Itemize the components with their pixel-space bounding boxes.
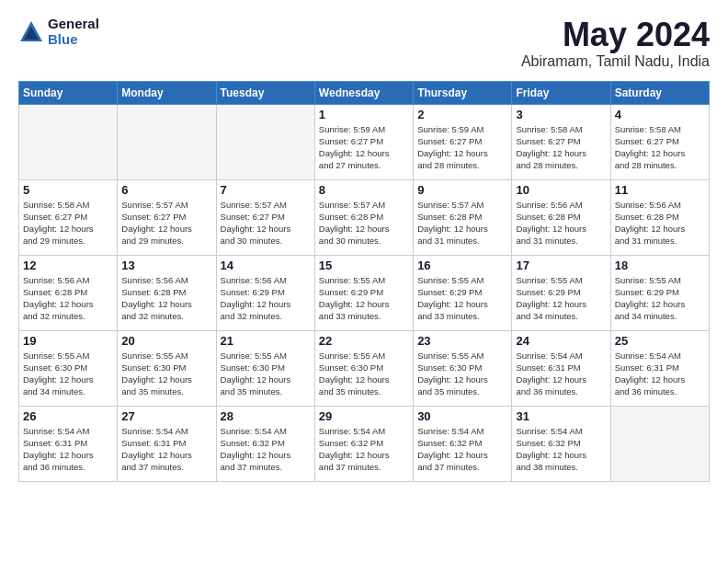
logo: General Blue [18, 17, 99, 47]
week-row-4: 19Sunrise: 5:55 AMSunset: 6:30 PMDayligh… [19, 330, 710, 406]
day-number: 17 [516, 259, 606, 272]
day-info: Sunrise: 5:56 AMSunset: 6:29 PMDaylight:… [221, 274, 311, 323]
day-number: 8 [319, 183, 409, 197]
table-cell: 30Sunrise: 5:54 AMSunset: 6:32 PMDayligh… [414, 406, 512, 481]
table-cell: 20Sunrise: 5:55 AMSunset: 6:30 PMDayligh… [118, 330, 216, 406]
table-cell: 12Sunrise: 5:56 AMSunset: 6:28 PMDayligh… [19, 255, 118, 330]
day-number: 23 [417, 334, 507, 348]
day-info: Sunrise: 5:58 AMSunset: 6:27 PMDaylight:… [615, 123, 705, 172]
day-info: Sunrise: 5:58 AMSunset: 6:27 PMDaylight:… [516, 123, 606, 172]
day-number: 20 [121, 334, 211, 348]
logo-general: General [48, 17, 99, 32]
day-info: Sunrise: 5:55 AMSunset: 6:30 PMDaylight:… [23, 350, 113, 398]
day-info: Sunrise: 5:56 AMSunset: 6:28 PMDaylight:… [23, 274, 113, 323]
day-number: 13 [121, 259, 211, 272]
calendar-title: May 2024 [521, 17, 710, 53]
table-cell: 22Sunrise: 5:55 AMSunset: 6:30 PMDayligh… [314, 330, 413, 406]
day-info: Sunrise: 5:56 AMSunset: 6:28 PMDaylight:… [121, 274, 211, 323]
col-monday: Monday [118, 81, 216, 104]
table-cell: 2Sunrise: 5:59 AMSunset: 6:27 PMDaylight… [414, 104, 512, 179]
day-info: Sunrise: 5:54 AMSunset: 6:31 PMDaylight:… [121, 425, 211, 474]
table-cell: 9Sunrise: 5:57 AMSunset: 6:28 PMDaylight… [414, 179, 512, 255]
day-info: Sunrise: 5:57 AMSunset: 6:27 PMDaylight:… [221, 199, 311, 247]
day-info: Sunrise: 5:55 AMSunset: 6:30 PMDaylight:… [319, 350, 409, 398]
col-thursday: Thursday [414, 81, 512, 104]
day-number: 26 [23, 409, 113, 423]
day-number: 14 [221, 259, 311, 272]
day-info: Sunrise: 5:59 AMSunset: 6:27 PMDaylight:… [417, 123, 507, 172]
day-info: Sunrise: 5:58 AMSunset: 6:27 PMDaylight:… [23, 199, 113, 247]
day-number: 5 [23, 183, 113, 197]
table-cell: 5Sunrise: 5:58 AMSunset: 6:27 PMDaylight… [19, 179, 118, 255]
table-cell: 16Sunrise: 5:55 AMSunset: 6:29 PMDayligh… [414, 255, 512, 330]
table-cell: 10Sunrise: 5:56 AMSunset: 6:28 PMDayligh… [512, 179, 610, 255]
day-info: Sunrise: 5:55 AMSunset: 6:30 PMDaylight:… [221, 350, 311, 398]
col-wednesday: Wednesday [314, 81, 413, 104]
day-number: 11 [615, 183, 705, 197]
day-number: 9 [417, 183, 507, 197]
day-info: Sunrise: 5:54 AMSunset: 6:31 PMDaylight:… [615, 350, 705, 398]
day-number: 3 [516, 108, 606, 121]
day-info: Sunrise: 5:55 AMSunset: 6:29 PMDaylight:… [615, 274, 705, 323]
table-cell: 24Sunrise: 5:54 AMSunset: 6:31 PMDayligh… [512, 330, 610, 406]
week-row-2: 5Sunrise: 5:58 AMSunset: 6:27 PMDaylight… [19, 179, 710, 255]
day-info: Sunrise: 5:54 AMSunset: 6:32 PMDaylight:… [221, 425, 311, 474]
day-number: 1 [319, 108, 409, 121]
table-cell: 11Sunrise: 5:56 AMSunset: 6:28 PMDayligh… [610, 179, 709, 255]
day-number: 27 [121, 409, 211, 423]
table-cell [19, 104, 118, 179]
table-cell: 28Sunrise: 5:54 AMSunset: 6:32 PMDayligh… [216, 406, 314, 481]
day-number: 4 [615, 108, 705, 121]
table-cell: 8Sunrise: 5:57 AMSunset: 6:28 PMDaylight… [314, 179, 413, 255]
table-cell: 25Sunrise: 5:54 AMSunset: 6:31 PMDayligh… [610, 330, 709, 406]
day-info: Sunrise: 5:55 AMSunset: 6:29 PMDaylight:… [516, 274, 606, 323]
day-number: 10 [516, 183, 606, 197]
day-info: Sunrise: 5:55 AMSunset: 6:29 PMDaylight:… [319, 274, 409, 323]
day-info: Sunrise: 5:56 AMSunset: 6:28 PMDaylight:… [516, 199, 606, 247]
page-container: General Blue May 2024 Abiramam, Tamil Na… [0, 0, 728, 491]
day-info: Sunrise: 5:57 AMSunset: 6:28 PMDaylight:… [417, 199, 507, 247]
day-number: 21 [221, 334, 311, 348]
day-number: 30 [417, 409, 507, 423]
day-info: Sunrise: 5:54 AMSunset: 6:31 PMDaylight:… [23, 425, 113, 474]
table-cell: 7Sunrise: 5:57 AMSunset: 6:27 PMDaylight… [216, 179, 314, 255]
page-header: General Blue May 2024 Abiramam, Tamil Na… [18, 17, 710, 70]
day-number: 15 [319, 259, 409, 272]
day-number: 22 [319, 334, 409, 348]
week-row-1: 1Sunrise: 5:59 AMSunset: 6:27 PMDaylight… [19, 104, 710, 179]
table-cell: 15Sunrise: 5:55 AMSunset: 6:29 PMDayligh… [314, 255, 413, 330]
day-number: 19 [23, 334, 113, 348]
table-cell: 27Sunrise: 5:54 AMSunset: 6:31 PMDayligh… [118, 406, 216, 481]
table-cell: 29Sunrise: 5:54 AMSunset: 6:32 PMDayligh… [314, 406, 413, 481]
table-cell: 17Sunrise: 5:55 AMSunset: 6:29 PMDayligh… [512, 255, 610, 330]
table-cell [610, 406, 709, 481]
col-sunday: Sunday [19, 81, 118, 104]
table-cell: 4Sunrise: 5:58 AMSunset: 6:27 PMDaylight… [610, 104, 709, 179]
table-cell: 1Sunrise: 5:59 AMSunset: 6:27 PMDaylight… [314, 104, 413, 179]
day-info: Sunrise: 5:54 AMSunset: 6:31 PMDaylight:… [516, 350, 606, 398]
day-info: Sunrise: 5:57 AMSunset: 6:27 PMDaylight:… [121, 199, 211, 247]
table-cell [118, 104, 216, 179]
day-number: 28 [221, 409, 311, 423]
table-cell: 19Sunrise: 5:55 AMSunset: 6:30 PMDayligh… [19, 330, 118, 406]
col-tuesday: Tuesday [216, 81, 314, 104]
logo-icon [18, 19, 44, 45]
day-number: 12 [23, 259, 113, 272]
day-number: 29 [319, 409, 409, 423]
table-cell: 13Sunrise: 5:56 AMSunset: 6:28 PMDayligh… [118, 255, 216, 330]
day-number: 7 [221, 183, 311, 197]
day-number: 31 [516, 409, 606, 423]
table-cell: 18Sunrise: 5:55 AMSunset: 6:29 PMDayligh… [610, 255, 709, 330]
day-info: Sunrise: 5:56 AMSunset: 6:28 PMDaylight:… [615, 199, 705, 247]
day-info: Sunrise: 5:59 AMSunset: 6:27 PMDaylight:… [319, 123, 409, 172]
day-info: Sunrise: 5:54 AMSunset: 6:32 PMDaylight:… [516, 425, 606, 474]
table-cell: 14Sunrise: 5:56 AMSunset: 6:29 PMDayligh… [216, 255, 314, 330]
calendar-subtitle: Abiramam, Tamil Nadu, India [521, 53, 710, 70]
day-info: Sunrise: 5:55 AMSunset: 6:30 PMDaylight:… [121, 350, 211, 398]
table-cell: 31Sunrise: 5:54 AMSunset: 6:32 PMDayligh… [512, 406, 610, 481]
col-saturday: Saturday [610, 81, 709, 104]
logo-blue: Blue [48, 32, 99, 48]
table-cell [216, 104, 314, 179]
day-info: Sunrise: 5:54 AMSunset: 6:32 PMDaylight:… [417, 425, 507, 474]
header-row: Sunday Monday Tuesday Wednesday Thursday… [19, 81, 710, 104]
